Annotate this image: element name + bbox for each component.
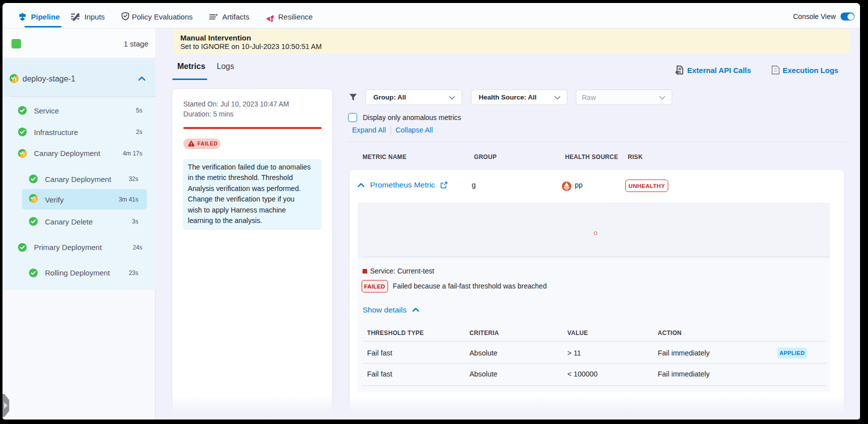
svg-text:API: API xyxy=(675,70,681,74)
